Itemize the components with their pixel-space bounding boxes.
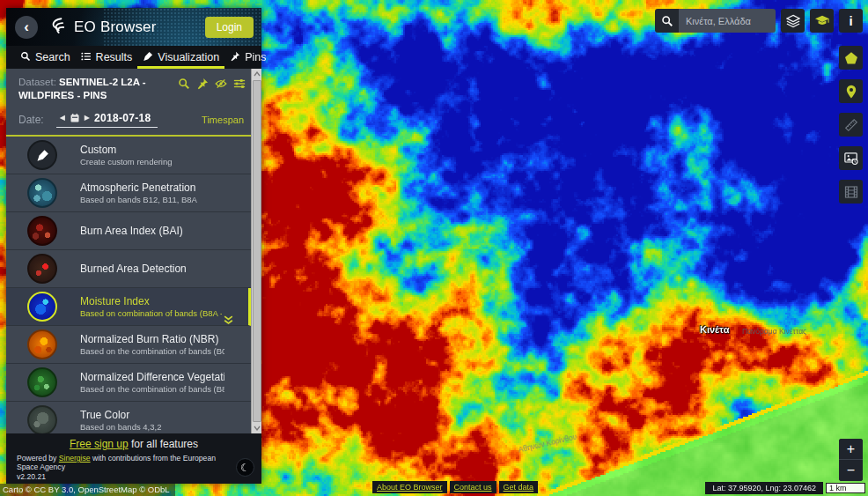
tutorial-button[interactable]: [810, 9, 834, 33]
about-link[interactable]: About EO Browser: [377, 483, 443, 492]
map-attribution: Carto © CC BY 3.0, OpenStreetMap © ODbL: [0, 484, 175, 496]
visualization-item[interactable]: Atmospheric PenetrationBased on bands B1…: [6, 174, 251, 212]
hide-layer-icon[interactable]: [215, 78, 227, 90]
timelapse-film-icon: [844, 185, 858, 199]
next-day-icon[interactable]: ▶: [85, 115, 90, 122]
date-picker: ◀ ▶ 2018-07-18: [56, 112, 158, 128]
date-row: Date: ◀ ▶ 2018-07-18 Timespan: [6, 104, 251, 135]
dataset-label: Dataset:: [18, 77, 56, 87]
map-label-town: Κινέτα: [700, 324, 729, 335]
custom-thumbnail: [27, 140, 57, 170]
bai-thumbnail: [27, 216, 57, 246]
map-tools: [839, 46, 863, 204]
visualization-title: Moisture Index: [80, 295, 222, 307]
burned-thumbnail: [27, 254, 57, 284]
signup-line: Free sign up for all features: [17, 438, 251, 450]
topbar: i: [655, 9, 863, 33]
sinergise-link[interactable]: Sinergise: [59, 454, 91, 463]
dataset-row: Dataset: SENTINEL-2 L2A - WILDFIRES - PI…: [6, 69, 251, 104]
tabbar: Search Results Visualization Pins: [6, 46, 261, 69]
panel-header: ‹ EO Browser Login: [6, 8, 261, 46]
brush-icon: [36, 149, 49, 162]
visualization-title: Burned Area Detection: [80, 263, 187, 275]
getdata-link[interactable]: Get data: [504, 483, 534, 492]
truecolor-thumbnail: [27, 405, 57, 433]
visualization-subtitle: Based on the combination of bands (B08 -…: [80, 346, 224, 356]
zoom-in-button[interactable]: +: [839, 439, 863, 460]
pushpin-icon: [230, 51, 240, 64]
visualization-item[interactable]: True ColorBased on bands 4,3,2: [6, 402, 251, 433]
visualization-item[interactable]: Moisture IndexBased on combination of ba…: [6, 288, 251, 326]
visualization-title: Normalized Burn Ratio (NBR): [80, 333, 224, 345]
info-button[interactable]: i: [839, 9, 863, 33]
visualization-subtitle: Create custom rendering: [80, 157, 173, 167]
place-marker-icon: [844, 85, 858, 99]
eo-browser-app: Κινέτα Πανόραμα Κινέττας Αθηνών Κορίνθου…: [0, 0, 868, 496]
info-icon: i: [849, 13, 852, 28]
location-search-input[interactable]: [679, 9, 776, 33]
visualization-item[interactable]: Normalized Difference Vegetation Index (…: [6, 364, 251, 402]
visualization-title: True Color: [80, 409, 161, 421]
ndvi-thumbnail: [27, 367, 57, 397]
visualization-subtitle: Based on the combination of bands (B8 - …: [80, 384, 224, 394]
layers-icon: [786, 14, 800, 28]
moisture-thumbnail: [27, 292, 57, 322]
visualization-title: Normalized Difference Vegetation Index (…: [80, 371, 224, 383]
brush-icon: [143, 51, 153, 64]
visualization-subtitle: Based on combination of bands (B8A - B11…: [80, 308, 222, 318]
prev-day-icon[interactable]: ◀: [60, 115, 65, 122]
map-scalebar: 1 km: [826, 483, 865, 493]
tab-pins[interactable]: Pins: [224, 46, 271, 69]
collapse-visualization-icon[interactable]: [223, 313, 234, 322]
zoom-to-layer-icon[interactable]: [178, 78, 190, 90]
visualization-title: Atmospheric Penetration: [80, 181, 197, 194]
search-icon: [20, 51, 31, 64]
app-title: EO Browser: [74, 19, 157, 36]
measure-ruler-icon: [844, 118, 858, 132]
zoom-control: + −: [839, 439, 863, 481]
search-icon[interactable]: [655, 9, 679, 33]
scrollbar-thumb[interactable]: [253, 80, 261, 422]
nbr-thumbnail: [27, 329, 57, 359]
location-searchbox: [655, 9, 776, 33]
visualization-subtitle: Based on bands 4,3,2: [80, 422, 161, 432]
timespan-link[interactable]: Timespan: [202, 115, 244, 125]
version-label: v2.20.21: [17, 472, 251, 481]
map-label-area: Πανόραμα Κινέττας: [742, 327, 806, 336]
visualization-item[interactable]: CustomCreate custom rendering: [6, 137, 251, 174]
visualization-item[interactable]: Burned Area Detection: [6, 250, 251, 288]
contact-link[interactable]: Contact us: [454, 483, 492, 492]
measure-button[interactable]: [839, 113, 863, 137]
tab-visualization[interactable]: Visualization: [137, 46, 224, 69]
crescent-logo-icon: ☾: [236, 458, 254, 477]
login-button[interactable]: Login: [205, 17, 254, 38]
tab-results[interactable]: Results: [76, 46, 138, 69]
scroll-down-icon[interactable]: [252, 423, 261, 433]
zoom-out-button[interactable]: −: [839, 460, 863, 481]
draw-polygon-icon: [844, 51, 858, 65]
scroll-up-icon[interactable]: [252, 69, 261, 79]
results-list-icon: [81, 51, 92, 64]
bottom-links: About EO Browser Contact us Get data: [372, 481, 538, 493]
layers-button[interactable]: [781, 9, 805, 33]
image-download-icon: [844, 152, 858, 166]
visualization-panel: Dataset: SENTINEL-2 L2A - WILDFIRES - PI…: [6, 69, 251, 433]
calendar-icon[interactable]: [70, 113, 80, 123]
date-value[interactable]: 2018-07-18: [94, 112, 151, 124]
draw-polygon-button[interactable]: [839, 46, 863, 70]
timelapse-button[interactable]: [839, 180, 863, 204]
collapse-panel-button[interactable]: ‹: [15, 16, 38, 39]
panel-scrollbar[interactable]: [251, 69, 261, 433]
sinergise-swirl-icon: [45, 16, 68, 39]
left-panel: ‹ EO Browser Login Search Results: [6, 8, 261, 484]
visualization-list: CustomCreate custom renderingAtmospheric…: [6, 135, 251, 433]
image-download-button[interactable]: [839, 146, 863, 170]
visualization-item[interactable]: Normalized Burn Ratio (NBR)Based on the …: [6, 326, 251, 364]
tab-search[interactable]: Search: [15, 46, 76, 69]
layer-settings-icon[interactable]: [233, 78, 246, 90]
panel-footer: Free sign up for all features Powered by…: [6, 433, 261, 484]
place-marker-button[interactable]: [839, 79, 863, 103]
free-signup-link[interactable]: Free sign up: [70, 438, 129, 450]
pin-layer-icon[interactable]: [196, 78, 209, 90]
visualization-item[interactable]: Burn Area Index (BAI): [6, 212, 251, 250]
